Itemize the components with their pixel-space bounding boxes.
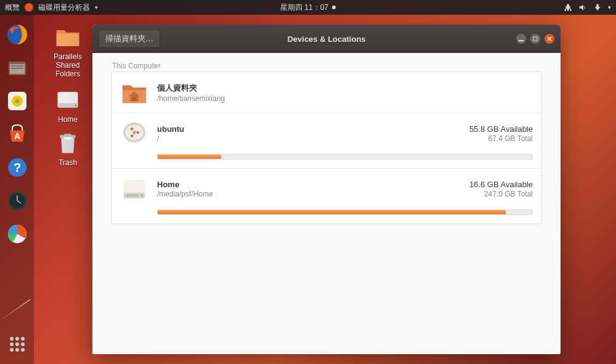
disk-icon bbox=[120, 121, 148, 147]
disk-usage-window: 掃描資料夾… Devices & Locations This Computer… bbox=[92, 25, 561, 354]
desktop-icon-label: Home bbox=[58, 115, 78, 124]
home-folder-icon bbox=[120, 79, 148, 105]
svg-point-28 bbox=[131, 127, 133, 130]
top-bar: 概覽 磁碟用量分析器 ▾ 星期四 11：07 ▾ bbox=[0, 0, 616, 15]
desktop-icon-label: Trash bbox=[59, 158, 77, 167]
progress-row-ubuntu bbox=[111, 154, 541, 169]
location-row-ubuntu[interactable]: ubuntu / 55.8 GB Available 67.4 GB Total bbox=[111, 113, 541, 154]
trash-icon bbox=[54, 129, 81, 156]
section-label: This Computer bbox=[111, 62, 542, 70]
usage-bar bbox=[157, 154, 533, 160]
system-menu-arrow-icon: ▾ bbox=[608, 4, 611, 10]
clock-text: 星期四 11：07 bbox=[280, 2, 328, 13]
row-title: 個人資料夾 bbox=[157, 83, 533, 94]
svg-rect-21 bbox=[519, 40, 524, 41]
desktop-icon-trash[interactable]: Trash bbox=[46, 129, 89, 167]
app-menu-name[interactable]: 磁碟用量分析器 bbox=[38, 2, 90, 13]
row-title: Home bbox=[157, 180, 469, 189]
dock-files[interactable] bbox=[4, 54, 31, 81]
svg-point-29 bbox=[131, 135, 133, 137]
show-applications[interactable] bbox=[4, 331, 31, 358]
drive-icon bbox=[54, 86, 81, 113]
progress-row-psf-home bbox=[111, 209, 541, 224]
location-row-home-folder[interactable]: 個人資料夾 /home/tiansemixiang bbox=[111, 72, 541, 113]
svg-rect-30 bbox=[124, 180, 145, 194]
folder-icon bbox=[54, 23, 81, 51]
volume-icon[interactable] bbox=[578, 3, 587, 12]
desktop-icon-home[interactable]: Home bbox=[46, 86, 89, 124]
locations-list: 個人資料夾 /home/tiansemixiang ubuntu / 55.8 … bbox=[111, 71, 542, 224]
row-available: 55.8 GB Available bbox=[469, 124, 533, 134]
desktop-icon-label: Parallels Shared Folders bbox=[46, 52, 89, 78]
row-title: ubuntu bbox=[157, 124, 469, 134]
svg-rect-7 bbox=[11, 68, 23, 69]
desktop-icon-parallels[interactable]: Parallels Shared Folders bbox=[46, 23, 89, 78]
row-path: /media/psf/Home bbox=[157, 190, 469, 198]
window-title: Devices & Locations bbox=[287, 34, 365, 44]
notification-dot-icon bbox=[332, 6, 336, 9]
svg-point-10 bbox=[15, 99, 19, 103]
svg-rect-23 bbox=[132, 97, 136, 102]
svg-point-27 bbox=[137, 131, 139, 134]
svg-rect-6 bbox=[11, 65, 23, 67]
maximize-button[interactable] bbox=[530, 34, 540, 44]
dock-rhythmbox[interactable] bbox=[4, 87, 31, 115]
svg-rect-22 bbox=[533, 37, 537, 41]
titlebar[interactable]: 掃描資料夾… Devices & Locations bbox=[92, 25, 561, 53]
dock-software[interactable]: A bbox=[4, 121, 31, 148]
clock[interactable]: 星期四 11：07 bbox=[280, 2, 336, 13]
svg-point-19 bbox=[75, 105, 76, 107]
dock-firefox[interactable] bbox=[4, 21, 31, 48]
close-button[interactable] bbox=[545, 34, 554, 44]
activities-button[interactable]: 概覽 bbox=[5, 2, 20, 13]
minimize-button[interactable] bbox=[516, 34, 526, 44]
external-drive-icon bbox=[120, 176, 148, 202]
row-total: 67.4 GB Total bbox=[469, 134, 533, 143]
location-row-psf-home[interactable]: Home /media/psf/Home 16.6 GB Available 2… bbox=[111, 169, 541, 209]
svg-point-33 bbox=[141, 195, 143, 196]
scan-folder-button[interactable]: 掃描資料夾… bbox=[99, 30, 160, 48]
dock-disk-usage[interactable] bbox=[4, 220, 31, 248]
power-icon[interactable] bbox=[593, 3, 602, 12]
dock-clock[interactable] bbox=[4, 187, 31, 214]
dock: A ? bbox=[0, 15, 34, 364]
svg-point-1 bbox=[567, 9, 569, 11]
svg-text:?: ? bbox=[13, 161, 20, 174]
usage-bar bbox=[157, 209, 533, 215]
dock-help[interactable]: ? bbox=[4, 154, 31, 181]
row-path: /home/tiansemixiang bbox=[157, 94, 533, 103]
svg-rect-32 bbox=[126, 195, 138, 197]
row-path: / bbox=[157, 134, 469, 143]
app-indicator-icon bbox=[25, 3, 33, 12]
apps-grid-icon bbox=[10, 337, 25, 352]
dropdown-arrow-icon: ▾ bbox=[95, 4, 98, 10]
row-available: 16.6 GB Available bbox=[469, 180, 533, 189]
network-icon[interactable] bbox=[564, 3, 572, 12]
svg-text:A: A bbox=[14, 131, 20, 141]
svg-point-26 bbox=[132, 131, 136, 134]
row-total: 247.0 GB Total bbox=[469, 190, 533, 198]
